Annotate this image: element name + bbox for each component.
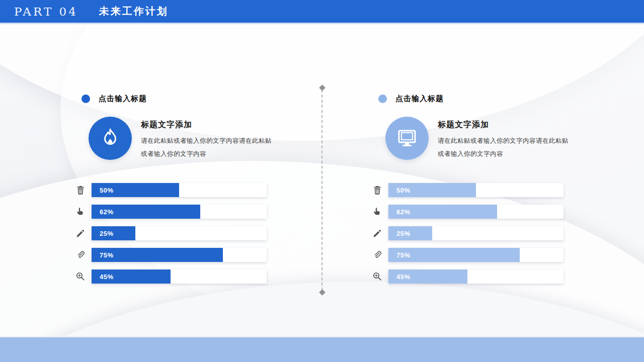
pencil-icon — [75, 228, 86, 238]
progress-row: 25% — [75, 226, 287, 240]
left-section: 点击输入标题 标题文字添加 请在此粘贴或者输入你的文字内容请在此粘贴或者输入你的… — [75, 94, 287, 291]
progress-row: 25% — [372, 226, 584, 240]
center-divider — [321, 89, 323, 291]
right-section-header[interactable]: 点击输入标题 — [378, 94, 584, 104]
progress-row: 45% — [75, 269, 287, 284]
slide-header-bar: PART 04 未来工作计划 — [0, 0, 644, 24]
paperclip-icon — [372, 250, 382, 260]
progress-label: 25% — [388, 230, 411, 237]
progress-row: 50% — [75, 183, 287, 197]
progress-track: 50% — [388, 183, 564, 197]
progress-label: 25% — [92, 230, 114, 237]
progress-fill: 62% — [388, 205, 497, 219]
zoom-in-icon — [75, 272, 86, 282]
bullet-dot-icon — [378, 95, 387, 103]
progress-row: 62% — [75, 205, 287, 219]
progress-row: 75% — [75, 248, 287, 262]
progress-fill: 25% — [92, 226, 135, 240]
slide-footer-bar — [0, 336, 644, 362]
paperclip-icon — [75, 250, 86, 260]
section-title: 点击输入标题 — [99, 94, 147, 104]
left-section-header[interactable]: 点击输入标题 — [82, 94, 287, 104]
card-title: 标题文字添加 — [438, 120, 570, 130]
trash-icon — [75, 185, 86, 195]
progress-track: 45% — [388, 269, 564, 284]
progress-row: 45% — [372, 269, 584, 284]
right-progress-bars: 50% 62% 25% — [372, 183, 584, 284]
hand-pointer-icon — [75, 207, 86, 217]
flame-icon — [89, 117, 132, 160]
hand-pointer-icon — [372, 207, 382, 217]
card-text-block: 标题文字添加 请在此粘贴或者输入你的文字内容请在此粘贴或者输入你的文字内容 — [141, 117, 273, 160]
progress-label: 45% — [92, 273, 114, 281]
card-title: 标题文字添加 — [141, 120, 273, 130]
progress-label: 75% — [92, 251, 114, 259]
progress-track: 50% — [92, 183, 267, 197]
progress-track: 62% — [388, 205, 564, 219]
card-body-text: 请在此粘贴或者输入你的文字内容请在此粘贴或者输入你的文字内容 — [141, 134, 273, 160]
part-number-label: PART 04 — [14, 5, 78, 18]
progress-fill: 45% — [92, 269, 171, 284]
progress-fill: 25% — [388, 226, 432, 240]
progress-fill: 50% — [92, 183, 179, 197]
progress-fill: 45% — [388, 269, 467, 284]
progress-label: 75% — [388, 251, 411, 259]
progress-fill: 75% — [92, 248, 223, 262]
progress-fill: 75% — [388, 248, 520, 262]
section-title: 点击输入标题 — [395, 94, 444, 104]
card-body-text: 请在此粘贴或者输入你的文字内容请在此粘贴或者输入你的文字内容 — [438, 134, 570, 160]
progress-fill: 50% — [388, 183, 476, 197]
zoom-in-icon — [372, 272, 382, 282]
progress-label: 50% — [92, 187, 114, 194]
divider-diamond-top — [319, 84, 326, 91]
right-feature-card: 标题文字添加 请在此粘贴或者输入你的文字内容请在此粘贴或者输入你的文字内容 — [385, 117, 584, 160]
bullet-dot-icon — [82, 95, 90, 103]
progress-label: 62% — [92, 208, 114, 216]
progress-label: 45% — [388, 273, 411, 281]
progress-label: 62% — [388, 208, 411, 216]
card-text-block: 标题文字添加 请在此粘贴或者输入你的文字内容请在此粘贴或者输入你的文字内容 — [438, 117, 570, 160]
progress-track: 75% — [92, 248, 267, 262]
progress-row: 62% — [372, 205, 584, 219]
presentation-slide: PART 04 未来工作计划 点击输入标题 标题文字添加 请在此粘贴或者输入你的… — [0, 0, 644, 362]
progress-track: 25% — [92, 226, 267, 240]
divider-diamond-bottom — [319, 289, 326, 296]
left-progress-bars: 50% 62% 25% — [75, 183, 287, 284]
progress-label: 50% — [388, 187, 411, 194]
trash-icon — [372, 185, 382, 195]
progress-track: 75% — [388, 248, 564, 262]
progress-fill: 62% — [92, 205, 200, 219]
progress-track: 45% — [92, 269, 267, 284]
progress-track: 62% — [92, 205, 267, 219]
right-section: 点击输入标题 标题文字添加 请在此粘贴或者输入你的文字内容请在此粘贴或者输入你的… — [372, 94, 584, 291]
progress-track: 25% — [388, 226, 564, 240]
left-feature-card: 标题文字添加 请在此粘贴或者输入你的文字内容请在此粘贴或者输入你的文字内容 — [89, 117, 287, 160]
pencil-icon — [372, 228, 382, 238]
monitor-icon — [385, 117, 429, 160]
slide-title: 未来工作计划 — [99, 5, 169, 18]
progress-row: 50% — [372, 183, 584, 197]
progress-row: 75% — [372, 248, 584, 262]
